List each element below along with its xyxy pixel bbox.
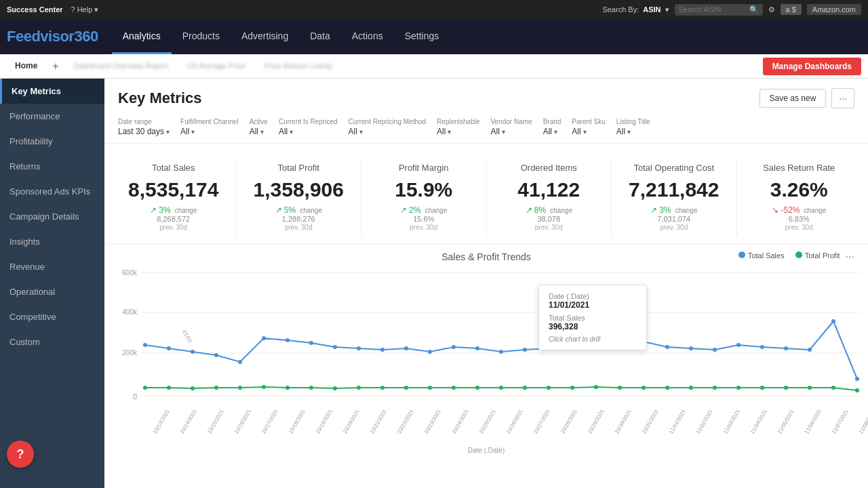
sidebar-item-operational[interactable]: Operational [0,279,104,304]
svg-point-11 [214,353,218,357]
filter-fulfillment-value[interactable]: All ▾ [180,127,239,136]
svg-point-21 [452,345,456,349]
filter-date-range-value[interactable]: Last 30 days ▾ [118,127,170,136]
nav-item-settings[interactable]: Settings [394,19,450,54]
search-by-section: Search By: ASIN ▾ [602,5,669,14]
sidebar-item-profitability[interactable]: Profitability [0,129,104,154]
add-tab-button[interactable]: + [48,60,62,73]
help-button[interactable]: ? Help ▾ [71,5,99,14]
sidebar-item-sponsored-ads[interactable]: Sponsored Ads KPIs [0,179,104,204]
nav-item-advertising[interactable]: Advertising [231,19,299,54]
filter-replenishable-value[interactable]: All ▾ [437,127,479,136]
svg-text:10/13: 10/13 [181,329,193,344]
svg-point-23 [499,350,503,354]
svg-point-65 [760,386,764,390]
success-center-link[interactable]: Success Center [7,5,63,14]
more-options-button[interactable]: ··· [831,88,854,108]
svg-point-34 [760,345,764,349]
search-input-wrap[interactable]: 🔍 [675,4,763,16]
tab-1[interactable]: Dashboard Overview Report [66,54,176,79]
search-input[interactable] [679,5,747,14]
tab-home[interactable]: Home [7,54,45,79]
filter-brand-value[interactable]: All ▾ [543,127,561,136]
save-as-new-button[interactable]: Save as new [760,89,827,108]
svg-point-42 [214,386,218,390]
gear-icon[interactable]: ⚙ [768,5,775,14]
svg-point-15 [309,341,313,345]
filter-active-value[interactable]: All ▾ [250,127,268,136]
filter-vendor-name: Vendor Name All ▾ [490,118,532,136]
total-sales-change: ↗ 3% [150,205,171,215]
filter-replenishable: Replenishable All ▾ [437,118,479,136]
svg-point-46 [309,386,313,390]
sidebar-item-returns[interactable]: Returns [0,154,104,179]
filter-listing-value[interactable]: All ▾ [616,127,650,136]
brand-logo: Feedvisor360 [7,28,98,45]
metric-total-sales: Total Sales 8,535,174 ↗ 3% change 8,268,… [111,157,237,237]
sidebar-item-insights[interactable]: Insights [0,229,104,254]
svg-point-36 [808,348,812,352]
filter-brand: Brand All ▾ [543,118,561,136]
svg-point-38 [855,377,859,381]
svg-point-45 [285,386,290,390]
metric-ordered-items: Ordered Items 41,122 ↗ 8% change 38,078p… [487,157,612,237]
filter-vendor-value[interactable]: All ▾ [490,127,532,136]
svg-text:400k: 400k [122,308,138,316]
x-axis-labels: 10/13/2021 10/14/2021 10/15/2021 10/16/2… [118,413,854,426]
svg-point-66 [784,386,788,390]
metric-total-operating-cost: Total Operating Cost 7,211,842 ↗ 3% chan… [612,157,737,237]
help-floating-button[interactable]: ? [7,441,34,468]
svg-point-24 [523,348,527,352]
chart-title: Sales & Profit Trends [363,251,609,262]
svg-point-22 [475,346,479,350]
svg-point-31 [689,346,693,350]
chart-section: Sales & Profit Trends Total Sales Total … [104,244,868,461]
sidebar: Key Metrics Performance Profitability Re… [0,79,104,488]
operating-cost-change: ↗ 3% [650,205,671,215]
chart-legend: Total Sales Total Profit [738,251,840,260]
question-icon: ? [71,5,75,14]
sales-profit-chart[interactable]: 600k 400k 200k 0 [118,267,864,416]
svg-point-43 [238,386,242,390]
filter-repriced-value[interactable]: All ▾ [279,127,338,136]
content-header: Key Metrics Save as new ··· [104,79,868,115]
filter-sku-value[interactable]: All ▾ [572,127,605,136]
svg-point-10 [191,350,195,354]
page-title: Key Metrics [118,89,202,107]
filters-row: Date range Last 30 days ▾ Fulfillment Ch… [104,115,868,144]
nav-item-products[interactable]: Products [172,19,231,54]
svg-point-52 [452,386,456,390]
svg-point-19 [404,346,408,350]
nav-bar: Feedvisor360 Analytics Products Advertis… [0,19,868,54]
nav-item-analytics[interactable]: Analytics [112,19,172,54]
filter-listing-title: Listing Title All ▾ [616,118,650,136]
svg-point-16 [333,345,337,349]
sidebar-item-custom[interactable]: Custom [0,329,104,354]
svg-point-40 [167,386,171,390]
svg-point-60 [642,386,646,390]
nav-item-actions[interactable]: Actions [341,19,394,54]
svg-point-68 [831,386,835,390]
chart-container[interactable]: 600k 400k 200k 0 [118,267,854,454]
legend-total-sales: Total Sales [738,251,785,260]
sidebar-item-key-metrics[interactable]: Key Metrics [0,79,104,104]
sidebar-item-campaign-details[interactable]: Campaign Details [0,204,104,229]
manage-dashboards-button[interactable]: Manage Dashboards [763,58,861,75]
tab-3[interactable]: Price Advisor Listing [256,54,340,79]
svg-point-12 [238,360,242,364]
header-actions: Save as new ··· [760,88,854,108]
metric-total-profit: Total Profit 1,358,906 ↗ 5% change 1,288… [237,157,362,237]
sidebar-item-competitive[interactable]: Competitive [0,304,104,329]
svg-point-44 [262,385,266,389]
svg-point-17 [357,346,361,350]
sidebar-item-revenue[interactable]: Revenue [0,254,104,279]
sidebar-item-performance[interactable]: Performance [0,104,104,129]
top-bar-right: Search By: ASIN ▾ 🔍 ⚙ a $ Amazon.com [602,4,861,16]
svg-point-55 [523,386,527,390]
tab-2[interactable]: US Average Price [178,54,254,79]
filter-method-value[interactable]: All ▾ [349,127,427,136]
svg-point-14 [285,338,290,342]
svg-point-63 [713,386,717,390]
chart-more-button[interactable]: ··· [846,251,854,263]
nav-item-data[interactable]: Data [299,19,341,54]
